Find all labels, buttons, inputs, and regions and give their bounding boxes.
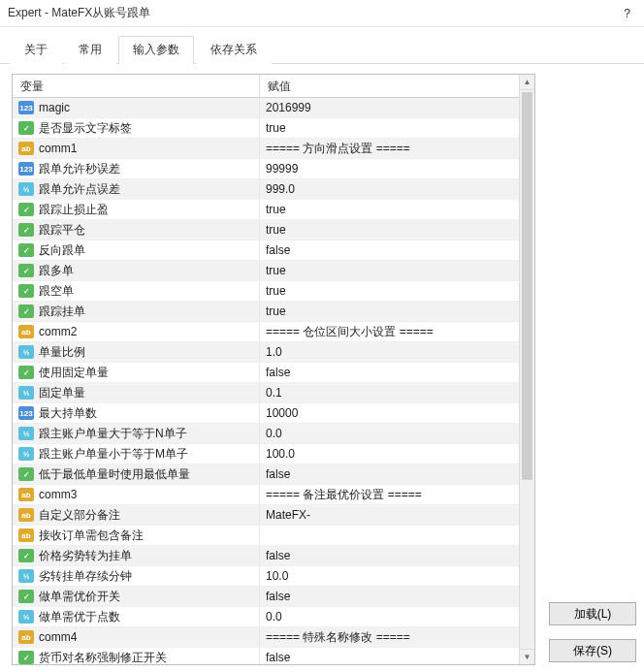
cell-value[interactable]: 0.0 bbox=[260, 424, 519, 443]
variable-name: 做单需优价开关 bbox=[39, 589, 120, 605]
cell-value[interactable]: false bbox=[260, 363, 519, 382]
table-row[interactable]: ab自定义部分备注MateFX- bbox=[13, 505, 519, 526]
cell-value[interactable]: 999.0 bbox=[260, 179, 519, 199]
table-row[interactable]: ½跟主账户单量小于等于M单子100.0 bbox=[13, 444, 519, 464]
table-row[interactable]: ✓使用固定单量false bbox=[13, 363, 519, 383]
variable-name: 跟主账户单量大于等于N单子 bbox=[39, 426, 187, 442]
table-row[interactable]: ✓跟踪挂单true bbox=[13, 302, 519, 322]
variable-name: 跟单允许点误差 bbox=[39, 181, 120, 198]
tab-3[interactable]: 依存关系 bbox=[196, 36, 272, 64]
variable-name: 劣转挂单存续分钟 bbox=[39, 568, 132, 585]
str-type-icon: ab bbox=[18, 630, 34, 644]
table-row[interactable]: ½跟单允许点误差999.0 bbox=[13, 179, 519, 200]
cell-value[interactable]: ===== 方向滑点设置 ===== bbox=[260, 139, 519, 158]
table-row[interactable]: ✓做单需优价开关false bbox=[13, 587, 519, 607]
cell-variable: ½跟主账户单量大于等于N单子 bbox=[13, 424, 260, 443]
cell-value[interactable]: true bbox=[260, 118, 519, 138]
column-header-value[interactable]: 赋值 bbox=[260, 75, 534, 97]
table-row[interactable]: abcomm2===== 仓位区间大小设置 ===== bbox=[13, 322, 519, 342]
cell-variable: ✓反向跟单 bbox=[13, 240, 260, 260]
cell-value[interactable]: ===== 备注最优价设置 ===== bbox=[260, 485, 519, 504]
cell-value[interactable]: 10000 bbox=[260, 403, 519, 423]
tab-2[interactable]: 输入参数 bbox=[118, 36, 194, 64]
table-row[interactable]: ½跟主账户单量大于等于N单子0.0 bbox=[13, 424, 519, 444]
cell-value[interactable]: 99999 bbox=[260, 159, 519, 178]
cell-value[interactable]: false bbox=[260, 648, 519, 664]
table-row[interactable]: ✓跟踪平仓true bbox=[13, 220, 519, 240]
tab-0[interactable]: 关于 bbox=[10, 36, 62, 64]
cell-value[interactable]: 0.1 bbox=[260, 383, 519, 402]
cell-variable: ✓跟踪止损止盈 bbox=[13, 200, 260, 219]
table-row[interactable]: ½做单需优于点数0.0 bbox=[13, 607, 519, 627]
dbl-type-icon: ½ bbox=[18, 182, 34, 196]
cell-value[interactable]: 0.0 bbox=[260, 607, 519, 626]
cell-variable: ✓跟踪平仓 bbox=[13, 220, 260, 240]
cell-value[interactable]: ===== 特殊名称修改 ===== bbox=[260, 627, 519, 647]
table-row[interactable]: ✓货币对名称强制修正开关false bbox=[13, 648, 519, 664]
table-row[interactable]: ab接收订单需包含备注 bbox=[13, 526, 519, 546]
cell-variable: ½固定单量 bbox=[13, 383, 260, 402]
table-row[interactable]: ✓跟空单true bbox=[13, 281, 519, 302]
cell-value[interactable]: true bbox=[260, 261, 519, 280]
cell-value[interactable]: true bbox=[260, 281, 519, 301]
cell-variable: ✓做单需优价开关 bbox=[13, 587, 260, 606]
bool-type-icon: ✓ bbox=[18, 549, 34, 562]
table-row[interactable]: 123跟单允许秒误差99999 bbox=[13, 159, 519, 179]
content-area: 变量 赋值 123magic2016999✓是否显示文字标签trueabcomm… bbox=[0, 64, 644, 672]
help-icon[interactable]: ? bbox=[618, 7, 636, 20]
table-row[interactable]: abcomm1===== 方向滑点设置 ===== bbox=[13, 139, 519, 159]
dbl-type-icon: ½ bbox=[18, 610, 34, 624]
variable-name: 自定义部分备注 bbox=[39, 507, 120, 524]
scroll-thumb[interactable] bbox=[522, 92, 532, 480]
variable-name: comm1 bbox=[39, 142, 77, 155]
table-row[interactable]: 123最大持单数10000 bbox=[13, 403, 519, 424]
cell-variable: ½跟主账户单量小于等于M单子 bbox=[13, 444, 260, 464]
cell-value[interactable]: true bbox=[260, 220, 519, 240]
cell-value[interactable]: ===== 仓位区间大小设置 ===== bbox=[260, 322, 519, 341]
scroll-down-icon[interactable]: ▼ bbox=[520, 649, 534, 664]
table-row[interactable]: ½劣转挂单存续分钟10.0 bbox=[13, 566, 519, 587]
vertical-scrollbar[interactable]: ▲ ▼ bbox=[519, 75, 534, 664]
cell-value[interactable]: true bbox=[260, 302, 519, 321]
tab-1[interactable]: 常用 bbox=[64, 36, 116, 64]
cell-value[interactable]: MateFX- bbox=[260, 505, 519, 525]
cell-value[interactable]: true bbox=[260, 200, 519, 219]
cell-variable: abcomm3 bbox=[13, 485, 260, 504]
table-row[interactable]: 123magic2016999 bbox=[13, 98, 519, 118]
cell-value[interactable]: 1.0 bbox=[260, 342, 519, 362]
cell-value[interactable]: 100.0 bbox=[260, 444, 519, 464]
cell-value[interactable]: 2016999 bbox=[260, 98, 519, 117]
table-row[interactable]: ✓跟踪止损止盈true bbox=[13, 200, 519, 220]
side-button-panel: 加载(L) 保存(S) bbox=[549, 602, 636, 662]
bool-type-icon: ✓ bbox=[18, 467, 34, 481]
variable-name: 跟单允许秒误差 bbox=[39, 161, 120, 177]
variable-name: 固定单量 bbox=[39, 385, 85, 401]
load-button[interactable]: 加载(L) bbox=[549, 602, 636, 625]
cell-value[interactable] bbox=[260, 526, 519, 545]
table-row[interactable]: abcomm3===== 备注最优价设置 ===== bbox=[13, 485, 519, 505]
table-row[interactable]: ✓跟多单true bbox=[13, 261, 519, 281]
str-type-icon: ab bbox=[18, 325, 34, 338]
variable-name: comm4 bbox=[39, 630, 77, 644]
cell-value[interactable]: 10.0 bbox=[260, 566, 519, 586]
table-row[interactable]: ✓价格劣势转为挂单false bbox=[13, 546, 519, 566]
table-row[interactable]: ✓反向跟单false bbox=[13, 240, 519, 261]
cell-variable: ✓价格劣势转为挂单 bbox=[13, 546, 260, 565]
bool-type-icon: ✓ bbox=[18, 243, 34, 257]
table-row[interactable]: ✓低于最低单量时使用最低单量false bbox=[13, 464, 519, 485]
table-row[interactable]: ½固定单量0.1 bbox=[13, 383, 519, 403]
cell-value[interactable]: false bbox=[260, 464, 519, 484]
cell-variable: ab自定义部分备注 bbox=[13, 505, 260, 525]
cell-value[interactable]: false bbox=[260, 587, 519, 606]
table-row[interactable]: ✓是否显示文字标签true bbox=[13, 118, 519, 139]
table-row[interactable]: abcomm4===== 特殊名称修改 ===== bbox=[13, 627, 519, 648]
save-button[interactable]: 保存(S) bbox=[549, 639, 636, 662]
cell-value[interactable]: false bbox=[260, 546, 519, 565]
variable-name: 使用固定单量 bbox=[39, 365, 109, 381]
column-header-variable[interactable]: 变量 bbox=[13, 75, 260, 97]
str-type-icon: ab bbox=[18, 142, 34, 155]
variable-name: 是否显示文字标签 bbox=[39, 120, 132, 137]
cell-value[interactable]: false bbox=[260, 240, 519, 260]
scroll-up-icon[interactable]: ▲ bbox=[520, 75, 534, 90]
table-row[interactable]: ½单量比例1.0 bbox=[13, 342, 519, 363]
